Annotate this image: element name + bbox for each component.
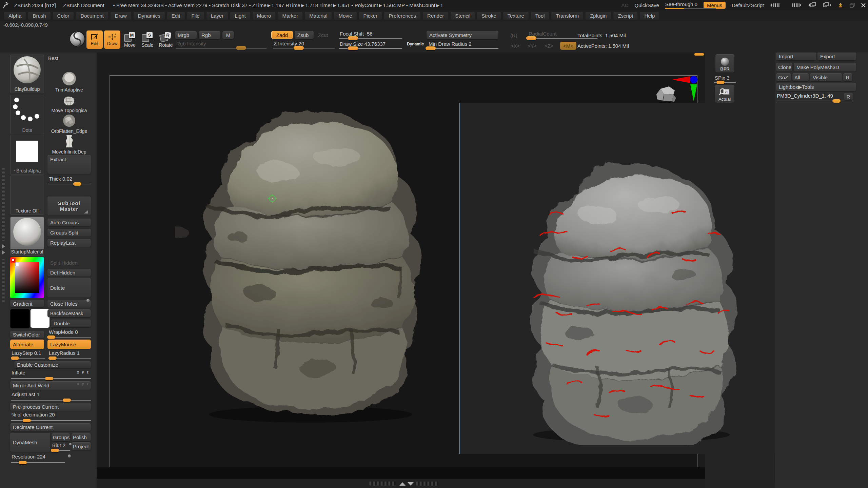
split-hidden-button[interactable]: Split Hidden [50, 260, 78, 266]
menu-dynamics[interactable]: Dynamics [134, 12, 165, 20]
material-startup[interactable]: StartupMaterial [10, 217, 44, 256]
menu-marker[interactable]: Marker [278, 12, 302, 20]
goz-visible-button[interactable]: Visible [810, 73, 842, 81]
active-tool-slider[interactable]: PM3D_Cylinder3D_1. 49 [776, 93, 853, 102]
radial-count-handle[interactable] [526, 36, 536, 40]
double-button[interactable]: Double [51, 320, 91, 327]
menu-light[interactable]: Light [230, 12, 250, 20]
close-window-icon[interactable] [861, 3, 866, 8]
brush-move-topological[interactable]: Move Topologica [47, 95, 91, 113]
default-zscript-button[interactable]: DefaultZScript [732, 2, 764, 8]
decimate-current-button[interactable]: Decimate Current [10, 423, 91, 431]
menu-alpha[interactable]: Alpha [4, 12, 26, 20]
symmetry-y-button[interactable]: >Y< [528, 43, 537, 49]
alternate-button[interactable]: Alternate [10, 340, 44, 349]
tray-close-down-icon[interactable] [408, 482, 414, 486]
color-picker[interactable] [10, 257, 44, 298]
groups-split-button[interactable]: Groups Split [47, 229, 91, 237]
draw-size-track[interactable] [339, 48, 402, 49]
menu-color[interactable]: Color [53, 12, 74, 20]
menu-macro[interactable]: Macro [253, 12, 276, 20]
min-draw-radius-handle[interactable] [426, 46, 436, 50]
preprocess-current-button[interactable]: Pre-process Current [10, 403, 91, 411]
color-sv-square[interactable] [15, 262, 39, 293]
activate-symmetry-button[interactable]: Activate Symmetry [427, 31, 498, 39]
axis-x-arrow[interactable] [672, 76, 690, 83]
rgb-button[interactable]: Rgb [199, 31, 220, 39]
mirror-and-weld-button[interactable]: Mirror And Weld x y z [10, 381, 91, 390]
brush-orbflatten[interactable]: OrbFlatten_Edge [47, 114, 91, 134]
lazyradius-handle[interactable] [48, 357, 57, 360]
menu-brush[interactable]: Brush [28, 12, 50, 20]
delete-button[interactable]: Delete [47, 278, 91, 298]
resolution-slider[interactable]: Resolution 224 [11, 454, 65, 464]
decimation-handle[interactable] [23, 419, 31, 422]
lazyradius-track[interactable] [48, 358, 91, 359]
adjustlast-track[interactable] [11, 400, 91, 401]
mirror-xyz-toggle[interactable]: x y z [77, 382, 90, 386]
extract-button[interactable]: Extract [47, 155, 91, 174]
wrapmode-slider[interactable]: WrapMode 0 [48, 329, 91, 339]
scale-mode-button[interactable]: S Scale [138, 32, 157, 48]
dock-right-window-icon[interactable] [823, 2, 832, 8]
goz-button[interactable]: GoZ [776, 73, 791, 81]
left-tray-scrollbar[interactable] [2, 168, 5, 241]
right-tray-toggle-icon[interactable] [789, 3, 802, 7]
left-tray-toggle-icon[interactable] [770, 3, 783, 7]
menu-picker[interactable]: Picker [359, 12, 382, 20]
actual-size-button[interactable]: x1 Actual [715, 85, 734, 103]
z-intensity-handle[interactable] [294, 46, 304, 50]
brush-claybuildup[interactable]: ClayBuildup [10, 55, 44, 93]
secondary-color-swatch[interactable] [31, 309, 50, 328]
rgb-intensity-track[interactable] [176, 48, 267, 48]
bottom-grip-right[interactable] [416, 482, 438, 486]
symmetry-z-button[interactable]: >Z< [545, 43, 554, 49]
lazystep-track[interactable] [11, 358, 45, 359]
inflate-handle[interactable] [45, 377, 53, 380]
move-mode-button[interactable]: M Move [121, 32, 139, 48]
menu-preferences[interactable]: Preferences [384, 12, 420, 20]
dock-left-window-icon[interactable] [808, 2, 817, 8]
draw-size-slider[interactable]: Draw Size 43.76337 [339, 41, 402, 50]
z-intensity-slider[interactable]: Z Intensity 20 [273, 41, 335, 49]
lazymouse-button[interactable]: LazyMouse [47, 340, 91, 349]
symmetry-x-button[interactable]: >X< [511, 43, 520, 49]
sculpt-model-rock[interactable] [175, 103, 452, 425]
backface-mask-button[interactable]: BackfaceMask [47, 309, 91, 317]
see-through-track[interactable] [665, 8, 716, 9]
main-color-swatch[interactable] [10, 309, 30, 328]
adjustlast-slider[interactable]: AdjustLast 1 [11, 391, 91, 402]
switchcolor-button[interactable]: SwitchColor [10, 331, 44, 338]
menu-document[interactable]: Document [76, 12, 108, 20]
quicksave-button[interactable]: QuickSave [634, 2, 659, 8]
lazystep-handle[interactable] [11, 357, 19, 360]
blur-track[interactable] [52, 450, 70, 451]
thick-handle[interactable] [73, 182, 81, 186]
brush-move-infinite[interactable]: MoveInfiniteDep [47, 135, 91, 155]
lightbox-tools-button[interactable]: Lightbox▶Tools [776, 83, 856, 91]
spix-slider[interactable]: SPix 3 [714, 75, 736, 84]
inflate-slider[interactable]: Inflate x y z [11, 370, 91, 380]
axis-z-dot[interactable] [690, 76, 697, 83]
dynamesh-button[interactable]: DynaMesh [10, 433, 50, 452]
focal-shift-slider[interactable]: Focal Shift -56 [339, 31, 402, 40]
del-hidden-button[interactable]: Del Hidden [47, 269, 91, 277]
make-polymesh3d-button[interactable]: Make PolyMesh3D [794, 63, 856, 72]
current-material-ball[interactable] [69, 31, 85, 47]
dynamesh-polish-button[interactable]: Polish [72, 433, 91, 441]
enable-customize-button[interactable]: Enable Customize [14, 361, 91, 368]
rotate-mode-button[interactable]: R Rotate [157, 32, 175, 48]
bottom-grip-left[interactable] [369, 482, 396, 486]
decimation-slider[interactable]: % of decimation 20 [11, 412, 91, 422]
tray-open-up-icon[interactable] [399, 482, 406, 486]
clone-button[interactable]: Clone [776, 63, 792, 72]
m-button[interactable]: M [222, 31, 234, 39]
zcut-button[interactable]: Zcut [318, 32, 328, 38]
active-tool-handle[interactable] [832, 99, 841, 103]
close-holes-button[interactable]: Close Holes [47, 300, 91, 308]
import-button[interactable]: Import [776, 52, 816, 60]
spix-handle[interactable] [716, 81, 725, 84]
export-button[interactable]: Export [817, 52, 856, 60]
menu-render[interactable]: Render [423, 12, 448, 20]
tray-scroll-arrows-icon[interactable] [1, 243, 6, 256]
